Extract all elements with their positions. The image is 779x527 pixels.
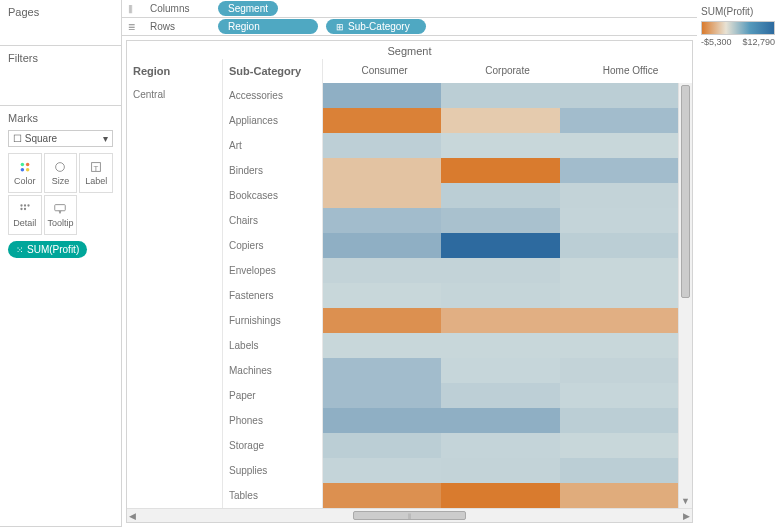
scroll-right-icon[interactable]: ▶ [683,509,690,522]
svg-point-10 [20,208,22,210]
horizontal-scrollbar[interactable]: ◀ ⦀ ▶ [127,508,692,522]
rows-shelf[interactable]: ≡ Rows Region ⊞Sub-Category [122,18,697,36]
heatmap-cell[interactable] [323,283,441,308]
heatmap-cell[interactable] [560,433,678,458]
color-button[interactable]: Color [8,153,42,193]
heatmap-cell[interactable] [323,433,441,458]
subcategory-label[interactable]: Paper [223,383,322,408]
column-pill-segment[interactable]: Segment [218,1,278,16]
scroll-down-icon[interactable]: ▼ [679,496,692,506]
heatmap-cell[interactable] [560,133,678,158]
subcategory-label[interactable]: Binders [223,158,322,183]
size-button[interactable]: Size [44,153,78,193]
heatmap-cell[interactable] [441,183,559,208]
heatmap-cell[interactable] [560,383,678,408]
heatmap-cell[interactable] [441,233,559,258]
detail-button[interactable]: Detail [8,195,42,235]
heatmap-cell[interactable] [560,208,678,233]
heatmap-cell[interactable] [441,158,559,183]
heatmap-cell[interactable] [560,158,678,183]
heatmap-cell[interactable] [441,83,559,108]
marks-color-pill[interactable]: ⁙ SUM(Profit) [8,241,87,258]
heatmap-cell[interactable] [323,258,441,283]
row-header-region[interactable]: Region [127,59,223,83]
heatmap-cell[interactable] [441,483,559,508]
subcategory-label[interactable]: Supplies [223,458,322,483]
heatmap-cell[interactable] [441,308,559,333]
heatmap-cell[interactable] [323,458,441,483]
heatmap-cell[interactable] [323,158,441,183]
heatmap-cell[interactable] [560,458,678,483]
heatmap-cell[interactable] [560,83,678,108]
subcategory-label[interactable]: Chairs [223,208,322,233]
row-pill-subcategory[interactable]: ⊞Sub-Category [326,19,426,34]
heatmap-cell[interactable] [323,83,441,108]
heatmap-cell[interactable] [560,183,678,208]
heatmap-cell[interactable] [560,108,678,133]
subcategory-label[interactable]: Art [223,133,322,158]
heatmap-cell[interactable] [441,358,559,383]
heatmap-cell[interactable] [560,483,678,508]
column-header[interactable]: Consumer [323,59,446,83]
heatmap-cell[interactable] [441,433,559,458]
heatmap-cell[interactable] [441,133,559,158]
scrollbar-thumb[interactable] [681,85,690,298]
subcategory-label[interactable]: Furnishings [223,308,322,333]
heatmap-cell[interactable] [560,233,678,258]
heatmap-cell[interactable] [560,358,678,383]
subcategory-label[interactable]: Storage [223,433,322,458]
filters-shelf[interactable]: Filters [0,46,121,106]
region-value[interactable]: Central [127,83,223,508]
heatmap-cell[interactable] [441,258,559,283]
subcategory-label[interactable]: Bookcases [223,183,322,208]
heatmap-cell[interactable] [441,333,559,358]
subcategory-label[interactable]: Envelopes [223,258,322,283]
subcategory-label[interactable]: Fasteners [223,283,322,308]
heatmap-cell[interactable] [323,308,441,333]
column-header[interactable]: Home Office [569,59,692,83]
scroll-left-icon[interactable]: ◀ [129,509,136,522]
pages-shelf[interactable]: Pages [0,0,121,46]
heatmap-cell[interactable] [323,183,441,208]
heatmap-cell[interactable] [441,383,559,408]
heatmap-cell[interactable] [323,108,441,133]
subcategory-label[interactable]: Appliances [223,108,322,133]
heatmap-cell[interactable] [441,408,559,433]
row-header-subcategory[interactable]: Sub-Category [223,59,323,83]
heatmap-cell[interactable] [323,383,441,408]
subcategory-label[interactable]: Machines [223,358,322,383]
tooltip-button[interactable]: Tooltip [44,195,78,235]
heatmap-cell[interactable] [441,458,559,483]
columns-shelf[interactable]: ⦀ Columns Segment [122,0,697,18]
heatmap-cell[interactable] [323,358,441,383]
heatmap-cell[interactable] [323,133,441,158]
svg-point-7 [20,204,22,206]
color-legend[interactable]: SUM(Profit) -$5,300 $12,790 [697,0,779,527]
scrollbar-thumb[interactable]: ⦀ [353,511,466,520]
subcategory-label[interactable]: Tables [223,483,322,508]
heatmap-cell[interactable] [560,333,678,358]
mark-type-select[interactable]: ☐ Square ▾ [8,130,113,147]
heatmap-cell[interactable] [441,283,559,308]
legend-gradient [701,21,775,35]
heatmap-cell[interactable] [323,408,441,433]
heatmap-cell[interactable] [323,208,441,233]
heatmap-cell[interactable] [560,283,678,308]
subcategory-label[interactable]: Phones [223,408,322,433]
heatmap-cell[interactable] [560,408,678,433]
row-pill-region[interactable]: Region [218,19,318,34]
heatmap-cell[interactable] [323,483,441,508]
heatmap-cell[interactable] [323,333,441,358]
heatmap-cell[interactable] [441,208,559,233]
vertical-scrollbar[interactable]: ▼ [678,83,692,508]
subcategory-label[interactable]: Accessories [223,83,322,108]
column-header[interactable]: Corporate [446,59,569,83]
heatmap-cell[interactable] [560,308,678,333]
label-button[interactable]: T Label [79,153,113,193]
legend-title: SUM(Profit) [701,6,775,17]
heatmap-cell[interactable] [441,108,559,133]
heatmap-cell[interactable] [323,233,441,258]
subcategory-label[interactable]: Labels [223,333,322,358]
heatmap-cell[interactable] [560,258,678,283]
subcategory-label[interactable]: Copiers [223,233,322,258]
